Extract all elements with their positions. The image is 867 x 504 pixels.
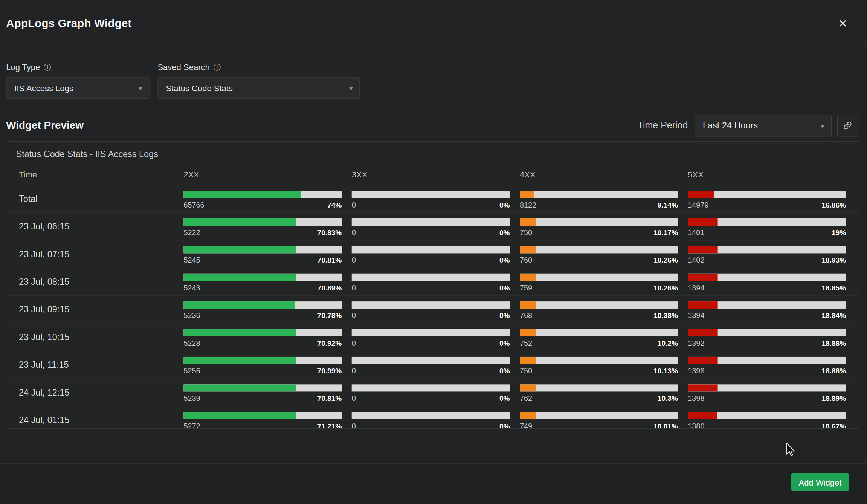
preview-header-row: Widget Preview Time Period Last 24 Hours… <box>6 115 858 137</box>
bar-fill <box>688 218 718 226</box>
bar-count: 0 <box>352 394 356 403</box>
widget-preview-heading: Widget Preview <box>6 119 84 131</box>
column-header-2xx: 2XX <box>183 170 351 179</box>
bar-cell-5xx: 139218.88% <box>688 324 856 351</box>
bar-cell-2xx: 522270.83% <box>183 213 351 240</box>
mouse-cursor <box>786 442 795 459</box>
bar-meta: 523670.78% <box>183 312 342 320</box>
chevron-down-icon: ▾ <box>821 121 824 130</box>
dialog-footer: Add Widget <box>0 463 867 504</box>
bar-cell-2xx: 525670.99% <box>183 351 351 378</box>
chevron-down-icon: ▾ <box>349 84 353 92</box>
bar-track <box>520 191 678 198</box>
bar-track <box>183 218 342 226</box>
bar-percent: 70.99% <box>317 367 342 375</box>
bar-meta: 76210.3% <box>520 394 678 403</box>
bar-track <box>688 301 846 309</box>
bar-count: 0 <box>352 228 356 237</box>
bar-fill <box>520 218 536 226</box>
bar-track <box>352 246 510 253</box>
bar-count: 5222 <box>183 228 200 237</box>
close-icon[interactable]: × <box>838 16 847 31</box>
time-period-selected-value: Last 24 Hours <box>703 121 758 130</box>
bar-count: 762 <box>520 394 532 403</box>
log-type-field: Log Type i IIS Access Logs ▾ <box>6 63 149 99</box>
table-row: 24 Jul, 01:15527271.21%00%74910.01%13801… <box>8 406 859 429</box>
add-widget-button[interactable]: Add Widget <box>791 473 849 491</box>
bar-percent: 0% <box>499 284 510 292</box>
bar-percent: 70.89% <box>317 284 342 292</box>
bar-cell-3xx: 00% <box>352 351 520 378</box>
bar-cell-4xx: 76810.38% <box>520 296 688 323</box>
log-type-label-text: Log Type <box>6 63 40 72</box>
log-type-selected-value: IIS Access Logs <box>14 83 73 93</box>
bar-count: 760 <box>520 256 532 264</box>
bar-meta: 1497916.86% <box>688 201 846 209</box>
bar-count: 0 <box>352 312 356 320</box>
bar-meta: 523970.81% <box>183 394 342 403</box>
bar-meta: 00% <box>352 367 510 375</box>
bar-count: 1398 <box>688 367 704 375</box>
bar-cell-3xx: 00% <box>352 324 520 351</box>
bar-fill <box>520 274 536 281</box>
bar-fill <box>183 384 295 391</box>
bar-percent: 0% <box>499 201 510 209</box>
bar-cell-2xx: 523970.81% <box>183 379 351 406</box>
bar-percent: 10.01% <box>653 422 678 429</box>
bar-track <box>352 329 510 336</box>
bar-percent: 10.2% <box>658 339 678 347</box>
bar-meta: 00% <box>352 422 510 429</box>
link-icon <box>843 121 852 130</box>
bar-count: 0 <box>352 339 356 347</box>
log-type-select[interactable]: IIS Access Logs ▾ <box>6 77 149 99</box>
bar-fill <box>183 412 296 419</box>
saved-search-select[interactable]: Status Code Stats ▾ <box>157 77 360 99</box>
bar-percent: 0% <box>499 394 510 403</box>
bar-track <box>183 329 342 336</box>
time-period-controls: Time Period Last 24 Hours ▾ <box>638 115 858 137</box>
bar-fill <box>183 246 295 253</box>
table-header-row: Time 2XX 3XX 4XX 5XX <box>8 164 859 185</box>
bar-fill <box>520 329 536 336</box>
widget-preview-panel: Status Code Stats - IIS Access Logs Time… <box>8 141 859 428</box>
bar-meta: 522270.83% <box>183 228 342 237</box>
bar-cell-2xx: 6576674% <box>183 185 351 212</box>
info-icon[interactable]: i <box>214 64 221 71</box>
bar-fill <box>688 246 717 253</box>
bar-percent: 9.14% <box>658 201 678 209</box>
time-period-select[interactable]: Last 24 Hours ▾ <box>695 115 832 137</box>
link-button[interactable] <box>837 115 858 137</box>
bar-count: 14979 <box>688 201 708 209</box>
bar-count: 0 <box>352 256 356 264</box>
bar-cell-2xx: 522870.92% <box>183 324 351 351</box>
bar-track <box>688 329 846 336</box>
bar-percent: 0% <box>499 367 510 375</box>
bar-cell-3xx: 00% <box>352 241 520 268</box>
bar-track <box>183 412 342 419</box>
bar-track <box>688 218 846 226</box>
bar-meta: 75010.17% <box>520 228 678 237</box>
bar-count: 5228 <box>183 339 200 347</box>
bar-percent: 70.92% <box>317 339 342 347</box>
table-row: 23 Jul, 09:15523670.78%00%76810.38%13941… <box>8 296 859 323</box>
row-time-label: 23 Jul, 06:15 <box>19 213 183 240</box>
bar-percent: 10.26% <box>653 284 678 292</box>
info-icon[interactable]: i <box>44 64 51 71</box>
bar-percent: 18.67% <box>821 422 846 429</box>
column-header-4xx: 4XX <box>520 170 688 179</box>
row-time-label: 23 Jul, 10:15 <box>19 324 183 351</box>
bar-cell-3xx: 00% <box>352 296 520 323</box>
bar-percent: 10.26% <box>653 256 678 264</box>
bar-count: 0 <box>352 284 356 292</box>
bar-fill <box>183 191 301 198</box>
bar-count: 5236 <box>183 312 200 320</box>
bar-meta: 138018.67% <box>688 422 846 429</box>
bar-cell-5xx: 139418.84% <box>688 296 856 323</box>
time-period-label: Time Period <box>638 120 688 131</box>
bar-percent: 74% <box>327 201 342 209</box>
bar-fill <box>183 329 296 336</box>
chevron-down-icon: ▾ <box>139 84 142 92</box>
bar-cell-4xx: 75910.26% <box>520 268 688 295</box>
bar-percent: 0% <box>499 228 510 237</box>
bar-meta: 139418.85% <box>688 284 846 292</box>
